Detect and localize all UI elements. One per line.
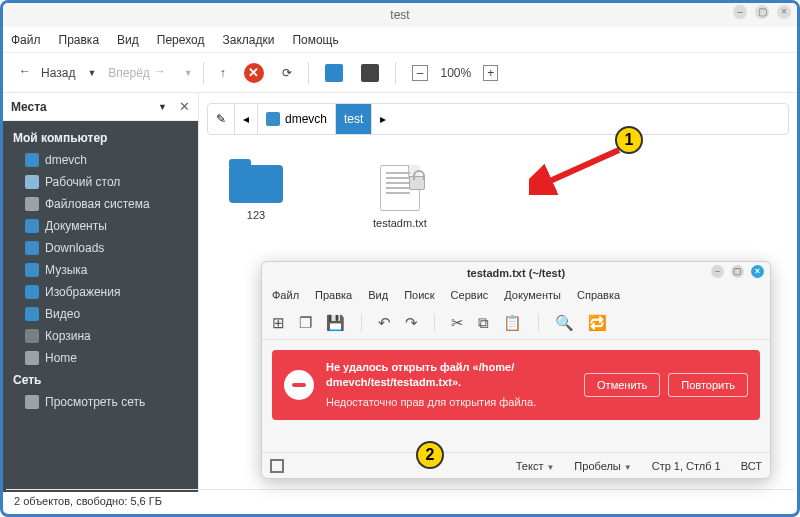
sidebar-item-desktop[interactable]: Рабочий стол	[3, 171, 198, 193]
home-button[interactable]	[319, 60, 349, 86]
cut-icon[interactable]: ✂	[451, 314, 464, 332]
zoom-out-button[interactable]: –	[406, 61, 435, 85]
sidebar-item-video[interactable]: Видео	[3, 303, 198, 325]
zoom-in-button[interactable]: +	[477, 61, 504, 85]
paste-icon[interactable]: 📋	[503, 314, 522, 332]
computer-button[interactable]	[355, 60, 385, 86]
trash-icon	[25, 329, 39, 343]
arrow-right-icon: →	[154, 64, 172, 82]
menu-file[interactable]: Файл	[11, 33, 41, 47]
menubar: Файл Правка Вид Переход Закладки Помощь	[3, 27, 797, 53]
sidebar-item-trash[interactable]: Корзина	[3, 325, 198, 347]
editor-toolbar: ⊞ ❐ 💾 ↶ ↷ ✂ ⧉ 📋 🔍 🔁	[262, 306, 770, 340]
back-button[interactable]: ←Назад	[13, 60, 81, 86]
text-file-locked-icon	[380, 165, 420, 211]
search-icon[interactable]: 🔍	[555, 314, 574, 332]
folder-icon	[25, 153, 39, 167]
path-segment-dmevch[interactable]: dmevch	[258, 104, 336, 134]
network-icon	[25, 395, 39, 409]
path-next-button[interactable]: ▸	[372, 104, 394, 134]
editor-window: testadm.txt (~/test) – ▢ × Файл Правка В…	[261, 261, 771, 479]
sidebar-section-computer: Мой компьютер	[3, 127, 198, 149]
menu-view[interactable]: Вид	[117, 33, 139, 47]
folder-icon	[25, 307, 39, 321]
file-item-testadm[interactable]: testadm.txt	[373, 165, 427, 229]
editor-minimize-icon[interactable]: –	[711, 265, 724, 278]
reload-button[interactable]: ⟳	[276, 62, 298, 84]
folder-icon	[25, 175, 39, 189]
menu-bookmarks[interactable]: Закладки	[222, 33, 274, 47]
path-segment-test[interactable]: test	[336, 104, 372, 134]
toolbar: ←Назад ▼ Вперёд→ ▼ ↑ ✕ ⟳ – 100% +	[3, 53, 797, 93]
sidebar-item-browse-network[interactable]: Просмотреть сеть	[3, 391, 198, 413]
sidebar-dropdown-icon[interactable]: ▼	[158, 102, 167, 112]
up-button[interactable]: ↑	[214, 62, 232, 84]
forward-button: Вперёд→	[102, 60, 178, 86]
sidebar-header: Места ▼ ✕	[3, 93, 198, 121]
folder-icon	[229, 165, 283, 203]
editor-menu-search[interactable]: Поиск	[404, 289, 434, 301]
error-banner: Не удалось открыть файл «/home/ dmevch/t…	[272, 350, 760, 420]
retry-button[interactable]: Повторить	[668, 373, 748, 397]
menu-help[interactable]: Помощь	[292, 33, 338, 47]
sidebar-item-home-disk[interactable]: Home	[3, 347, 198, 369]
path-prev-button[interactable]: ◂	[235, 104, 258, 134]
status-insert[interactable]: ВСТ	[741, 460, 762, 472]
chevron-right-icon: ▸	[380, 112, 386, 126]
path-edit-button[interactable]: ✎	[208, 104, 235, 134]
sidebar-item-music[interactable]: Музыка	[3, 259, 198, 281]
save-icon[interactable]: 💾	[326, 314, 345, 332]
file-label: 123	[247, 209, 265, 221]
sidebar-close-icon[interactable]: ✕	[179, 99, 190, 114]
cancel-button[interactable]: Отменить	[584, 373, 660, 397]
minimize-icon[interactable]: –	[733, 5, 747, 19]
editor-maximize-icon[interactable]: ▢	[731, 265, 744, 278]
replace-icon[interactable]: 🔁	[588, 314, 607, 332]
file-icons-area[interactable]: 123 testadm.txt	[199, 135, 797, 259]
folder-icon	[25, 241, 39, 255]
maximize-icon[interactable]: ▢	[755, 5, 769, 19]
folder-icon	[25, 263, 39, 277]
editor-menu-docs[interactable]: Документы	[504, 289, 561, 301]
menu-go[interactable]: Переход	[157, 33, 205, 47]
arrow-up-icon: ↑	[220, 66, 226, 80]
status-mode[interactable]: Текст▼	[516, 460, 555, 472]
annotation-arrow-icon	[529, 145, 625, 195]
sidebar-item-filesystem[interactable]: Файловая система	[3, 193, 198, 215]
redo-icon[interactable]: ↷	[405, 314, 418, 332]
menu-edit[interactable]: Правка	[59, 33, 100, 47]
sidebar-title: Места	[11, 100, 47, 114]
editor-menu-help[interactable]: Справка	[577, 289, 620, 301]
editor-menu-view[interactable]: Вид	[368, 289, 388, 301]
chevron-left-icon: ◂	[243, 112, 249, 126]
status-spaces[interactable]: Пробелы▼	[574, 460, 631, 472]
disk-icon	[25, 197, 39, 211]
sidebar-item-dmevch[interactable]: dmevch	[3, 149, 198, 171]
editor-menu-tools[interactable]: Сервис	[451, 289, 489, 301]
close-icon[interactable]: ×	[777, 5, 791, 19]
sidebar-tree: Мой компьютер dmevch Рабочий стол Файлов…	[3, 121, 198, 492]
home-folder-icon	[325, 64, 343, 82]
copy-icon[interactable]: ⧉	[478, 314, 489, 332]
editor-close-icon[interactable]: ×	[751, 265, 764, 278]
editor-titlebar: testadm.txt (~/test) – ▢ ×	[262, 262, 770, 284]
sidebar-item-documents[interactable]: Документы	[3, 215, 198, 237]
editor-menu-edit[interactable]: Правка	[315, 289, 352, 301]
stop-icon: ✕	[244, 63, 264, 83]
open-file-icon[interactable]: ❐	[299, 314, 312, 332]
sidebar-item-downloads[interactable]: Downloads	[3, 237, 198, 259]
path-bar: ✎ ◂ dmevch test ▸	[207, 103, 789, 135]
panel-icon[interactable]	[270, 459, 284, 473]
stop-button[interactable]: ✕	[238, 59, 270, 87]
window-title: test	[390, 8, 409, 22]
editor-menu-file[interactable]: Файл	[272, 289, 299, 301]
arrow-left-icon: ←	[19, 64, 37, 82]
sidebar-item-pictures[interactable]: Изображения	[3, 281, 198, 303]
minus-icon: –	[412, 65, 429, 81]
back-dropdown-icon[interactable]: ▼	[87, 68, 96, 78]
undo-icon[interactable]: ↶	[378, 314, 391, 332]
error-icon	[284, 370, 314, 400]
new-file-icon[interactable]: ⊞	[272, 314, 285, 332]
file-item-folder[interactable]: 123	[229, 165, 283, 229]
file-label: testadm.txt	[373, 217, 427, 229]
